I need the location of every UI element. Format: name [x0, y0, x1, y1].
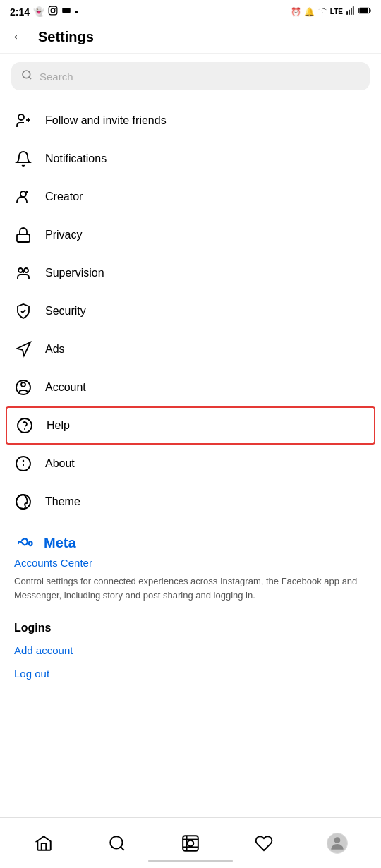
- svg-rect-3: [346, 11, 348, 15]
- search-icon: [21, 69, 32, 83]
- page-title: Settings: [38, 29, 94, 45]
- add-account-link[interactable]: Add account: [14, 644, 367, 656]
- svg-rect-27: [183, 836, 198, 851]
- settings-item-security[interactable]: Security: [0, 292, 381, 330]
- lte-icon: LTE: [330, 8, 343, 16]
- home-icon: [35, 834, 53, 852]
- help-circle-icon: [16, 416, 34, 435]
- status-left: 2:14 👻 •: [10, 6, 78, 18]
- search-placeholder: Search: [40, 71, 73, 83]
- search-bar[interactable]: Search: [11, 62, 370, 90]
- settings-item-account[interactable]: Account: [0, 368, 381, 406]
- settings-item-creator[interactable]: Creator: [0, 178, 381, 216]
- meta-logo-icon: [14, 536, 40, 550]
- status-right: ⏰ 🔔 LTE: [291, 6, 371, 18]
- nav-home[interactable]: [7, 828, 80, 858]
- nav-profile[interactable]: [301, 827, 374, 860]
- about-label: About: [45, 457, 75, 470]
- nav-activity[interactable]: [227, 828, 301, 858]
- avatar: [327, 833, 348, 854]
- account-label: Account: [45, 381, 86, 394]
- nav-reels[interactable]: [154, 828, 227, 858]
- reels-icon: [181, 834, 200, 852]
- status-time: 2:14: [10, 6, 30, 18]
- svg-point-26: [110, 836, 122, 848]
- search-nav-icon: [108, 834, 126, 852]
- svg-point-20: [18, 418, 32, 433]
- settings-item-privacy[interactable]: Privacy: [0, 216, 381, 254]
- svg-rect-5: [351, 8, 352, 15]
- notifications-label: Notifications: [45, 152, 107, 165]
- nav-search[interactable]: [80, 828, 154, 858]
- svg-point-17: [24, 268, 28, 272]
- logins-section: Logins Add account Log out: [0, 608, 381, 697]
- dot-icon: •: [75, 6, 78, 17]
- svg-rect-0: [49, 6, 57, 15]
- follow-invite-label: Follow and invite friends: [45, 114, 167, 127]
- bell-icon: [14, 150, 32, 168]
- search-container: Search: [0, 54, 381, 99]
- settings-item-about[interactable]: About: [0, 445, 381, 483]
- person-circle-icon: [14, 378, 32, 397]
- svg-point-28: [188, 840, 194, 846]
- svg-rect-4: [349, 10, 350, 15]
- meta-description: Control settings for connected experienc…: [14, 574, 367, 602]
- svg-rect-8: [370, 9, 371, 12]
- help-label: Help: [47, 419, 70, 432]
- battery-icon: [358, 6, 371, 17]
- signal-icon: [346, 6, 356, 18]
- logout-link[interactable]: Log out: [14, 668, 367, 680]
- creator-label: Creator: [45, 191, 83, 203]
- info-icon: [14, 454, 32, 473]
- supervision-icon: [14, 264, 32, 282]
- svg-point-10: [23, 71, 30, 78]
- alarm-icon: ⏰: [291, 7, 301, 17]
- svg-point-14: [20, 191, 26, 197]
- svg-point-16: [18, 268, 23, 272]
- settings-item-ads[interactable]: Ads: [0, 330, 381, 368]
- shield-icon: [14, 302, 32, 320]
- settings-list: Follow and invite friends Notifications …: [0, 99, 381, 524]
- svg-rect-9: [360, 8, 368, 13]
- meta-logo: Meta: [14, 535, 367, 551]
- youtube-icon: [61, 6, 71, 18]
- svg-point-1: [51, 8, 55, 13]
- megaphone-icon: [14, 340, 32, 358]
- accounts-center-link[interactable]: Accounts Center: [14, 557, 367, 569]
- svg-point-19: [21, 382, 25, 387]
- supervision-label: Supervision: [45, 267, 104, 279]
- settings-item-follow-invite[interactable]: Follow and invite friends: [0, 102, 381, 140]
- heart-icon: [255, 834, 273, 852]
- bottom-indicator: [148, 860, 233, 862]
- svg-point-2: [54, 8, 56, 9]
- svg-point-11: [18, 114, 24, 120]
- svg-point-32: [334, 837, 341, 843]
- settings-item-notifications[interactable]: Notifications: [0, 140, 381, 178]
- creator-icon: [14, 188, 32, 206]
- header: ← Settings: [0, 20, 381, 54]
- avatar-icon: [328, 834, 346, 852]
- settings-item-help[interactable]: Help: [6, 406, 375, 445]
- snapchat-icon: 👻: [33, 6, 44, 17]
- svg-rect-6: [353, 6, 354, 15]
- security-label: Security: [45, 305, 86, 318]
- theme-label: Theme: [45, 495, 80, 508]
- ads-label: Ads: [45, 343, 65, 356]
- logins-title: Logins: [14, 622, 367, 634]
- svg-rect-15: [17, 234, 30, 242]
- lock-icon: [14, 226, 32, 244]
- privacy-label: Privacy: [45, 229, 82, 241]
- wifi-icon: [318, 6, 327, 18]
- instagram-icon: [48, 6, 58, 18]
- meta-section: Meta Accounts Center Control settings fo…: [0, 524, 381, 608]
- status-bar: 2:14 👻 • ⏰ 🔔 LTE: [0, 0, 381, 20]
- settings-item-theme[interactable]: Theme: [0, 483, 381, 521]
- volume-icon: 🔔: [304, 7, 315, 17]
- settings-item-supervision[interactable]: Supervision: [0, 254, 381, 292]
- person-add-icon: [14, 111, 32, 130]
- back-button[interactable]: ←: [11, 28, 27, 46]
- theme-icon: [14, 493, 32, 511]
- meta-logo-text: Meta: [44, 535, 76, 551]
